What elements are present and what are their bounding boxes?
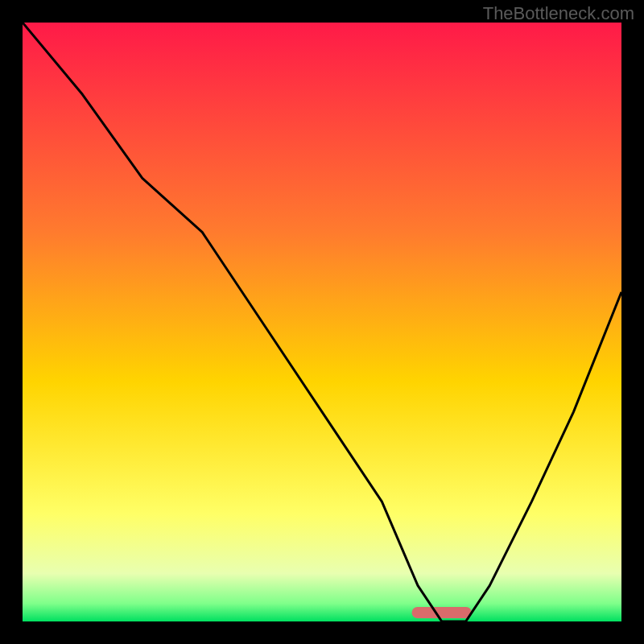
chart-background: [23, 23, 621, 621]
chart-svg: [23, 23, 621, 621]
chart-plot-area: [23, 23, 621, 621]
watermark-text: TheBottleneck.com: [483, 3, 634, 24]
chart-marker: [412, 607, 472, 618]
